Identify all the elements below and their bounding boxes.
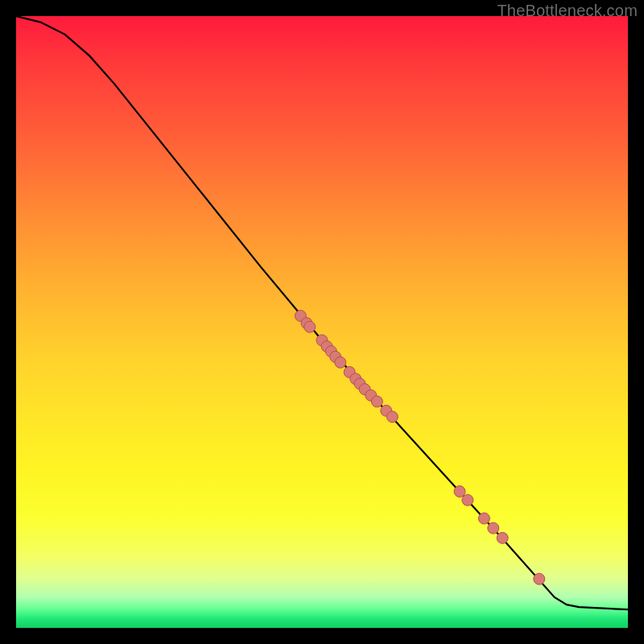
data-point [534,573,545,584]
chart-svg [16,16,628,628]
data-point [478,513,489,524]
data-point [462,494,473,506]
curve-line [16,16,628,609]
data-point [386,411,398,423]
data-point [304,321,316,332]
data-point [488,522,499,534]
data-point [497,532,508,543]
data-point [454,486,465,497]
plot-area [16,16,628,628]
data-point [335,357,346,368]
data-point [371,396,382,407]
watermark-text: TheBottleneck.com [497,2,638,20]
